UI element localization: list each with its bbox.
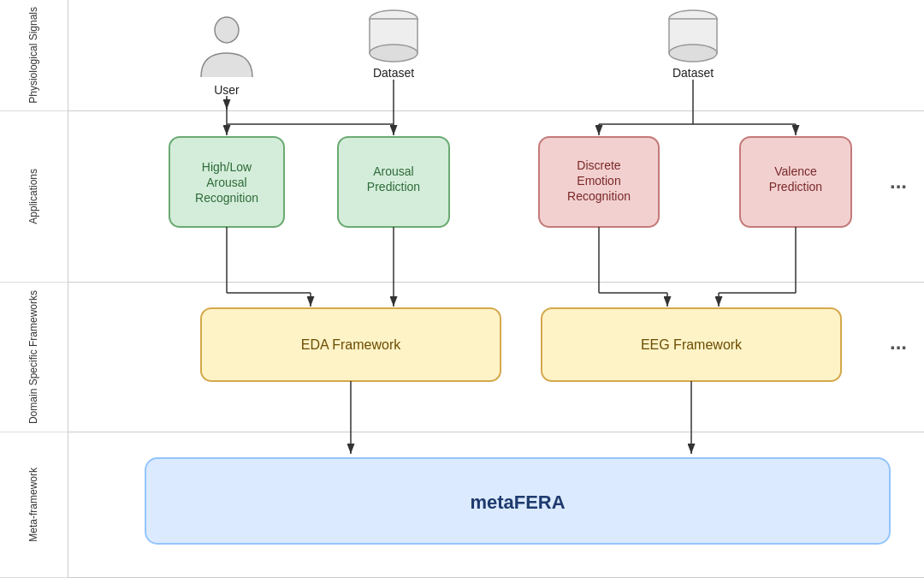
row-meta — [68, 432, 924, 578]
label-applications: Applications — [0, 111, 68, 283]
label-physio: Physiological Signals — [0, 0, 68, 111]
label-domain: Domain Specific Frameworks — [0, 283, 68, 432]
row-applications — [68, 111, 924, 283]
row-domain — [68, 283, 924, 432]
label-meta: Meta-framework — [0, 432, 68, 578]
main-content: User Dataset Dataset — [68, 0, 924, 578]
diagram-container: Physiological Signals Applications Domai… — [0, 0, 924, 578]
labels-column: Physiological Signals Applications Domai… — [0, 0, 68, 578]
row-physio — [68, 0, 924, 111]
